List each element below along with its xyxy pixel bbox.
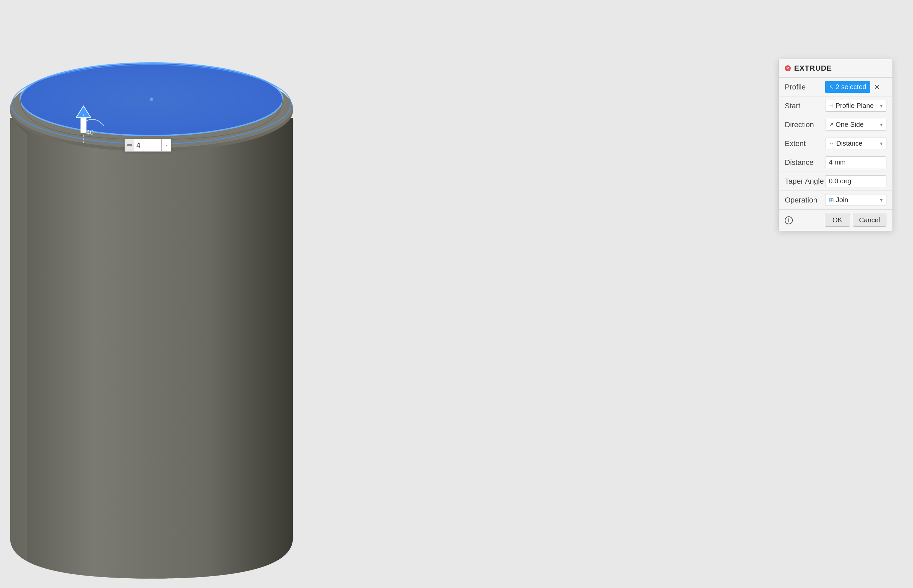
start-chevron-icon: ▾ (880, 103, 883, 109)
direction-chevron-icon: ▾ (880, 121, 883, 128)
start-value: Profile Plane (835, 102, 880, 110)
footer-info: i (785, 216, 821, 225)
taper-angle-value[interactable]: 0.0 deg (825, 175, 886, 187)
panel-footer: i OK Cancel (779, 209, 892, 231)
svg-point-15 (150, 97, 153, 101)
dimension-input-menu-button[interactable]: ⋮ (161, 139, 171, 151)
operation-chevron-icon: ▾ (880, 197, 883, 203)
profile-clear-button[interactable]: ✕ (872, 82, 882, 92)
operation-value: Join (836, 196, 880, 204)
extent-chevron-icon: ▾ (880, 140, 883, 147)
extent-control: ↔ Distance ▾ (825, 137, 886, 149)
profile-selected-label: 2 selected (835, 83, 866, 91)
extent-label: Extent (785, 139, 825, 148)
direction-control: ↗ One Side ▾ (825, 119, 886, 131)
profile-selected-button[interactable]: ↖ 2 selected (825, 81, 870, 93)
ok-button[interactable]: OK (825, 213, 850, 227)
start-row: Start ⊣ Profile Plane ▾ (779, 97, 892, 115)
panel-body: Profile ↖ 2 selected ✕ Start ⊣ Profile P… (779, 78, 892, 209)
dimension-input-container: ⋮ (125, 139, 171, 152)
direction-label: Direction (785, 120, 825, 129)
footer-buttons: OK Cancel (825, 213, 886, 227)
direction-dropdown[interactable]: ↗ One Side ▾ (825, 119, 886, 131)
profile-row: Profile ↖ 2 selected ✕ (779, 78, 892, 97)
cursor-icon: ↖ (829, 84, 834, 90)
taper-angle-label: Taper Angle (785, 177, 825, 186)
operation-control: ⊞ Join ▾ (825, 194, 886, 206)
operation-row: Operation ⊞ Join ▾ (779, 191, 892, 209)
extent-value: Distance (836, 140, 880, 147)
profile-control: ↖ 2 selected ✕ (825, 81, 886, 93)
info-symbol: i (788, 217, 790, 223)
operation-dropdown[interactable]: ⊞ Join ▾ (825, 194, 886, 206)
cancel-button[interactable]: Cancel (853, 213, 886, 227)
distance-input[interactable] (134, 139, 161, 151)
direction-row: Direction ↗ One Side ▾ (779, 115, 892, 134)
start-dropdown[interactable]: ⊣ Profile Plane ▾ (825, 100, 886, 111)
start-label: Start (785, 102, 825, 110)
distance-control: 4 mm (825, 157, 886, 168)
panel-title: EXTRUDE (794, 64, 832, 73)
distance-icon: ↔ (829, 141, 834, 147)
join-icon: ⊞ (829, 197, 834, 204)
one-side-icon: ↗ (829, 121, 834, 128)
distance-label: Distance (785, 158, 825, 167)
extent-dropdown[interactable]: ↔ Distance ▾ (825, 137, 886, 149)
3d-viewport[interactable]: 40 ⋮ (0, 0, 913, 588)
panel-close-icon[interactable] (785, 65, 791, 71)
panel-header: EXTRUDE (779, 59, 892, 78)
distance-row: Distance 4 mm (779, 153, 892, 172)
distance-value[interactable]: 4 mm (825, 157, 886, 168)
taper-angle-row: Taper Angle 0.0 deg (779, 172, 892, 191)
svg-text:40: 40 (86, 129, 94, 136)
profile-label: Profile (785, 83, 825, 92)
direction-value: One Side (835, 121, 880, 129)
operation-label: Operation (785, 196, 825, 205)
taper-angle-control: 0.0 deg (825, 175, 886, 187)
extent-row: Extent ↔ Distance ▾ (779, 134, 892, 153)
profile-plane-icon: ⊣ (829, 103, 834, 109)
extrude-panel: EXTRUDE Profile ↖ 2 selected ✕ Start ⊣ P… (778, 59, 893, 231)
info-icon[interactable]: i (785, 216, 793, 225)
start-control: ⊣ Profile Plane ▾ (825, 100, 886, 111)
dimension-input-left-icon (125, 139, 134, 151)
